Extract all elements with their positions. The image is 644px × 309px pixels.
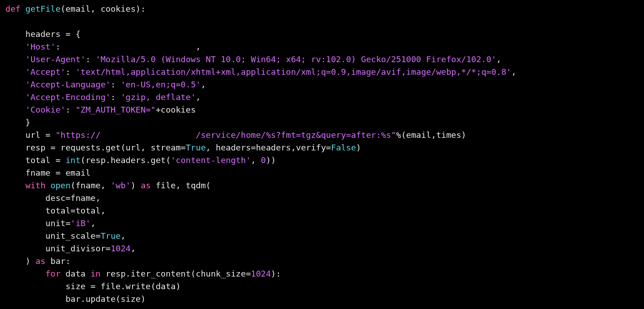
- acclang-val: 'en-US,en;q=0.5': [121, 80, 201, 89]
- fname-line: fname = email: [26, 168, 91, 177]
- open-fn: open: [50, 181, 71, 190]
- iter-pre: resp.iter_content(chunk_size=: [101, 269, 251, 278]
- func-params: (email, cookies): [61, 4, 141, 14]
- kw-in: in: [90, 269, 100, 278]
- cookie-key: 'Cookie': [26, 105, 66, 114]
- ua-key: 'User-Agent': [26, 55, 86, 64]
- resp-pre: resp = requests.get(url, stream=: [26, 143, 186, 152]
- url-part2: /service/home/%s?fmt=tgz&query=after:%s": [196, 130, 396, 140]
- url-format: %(email,times): [396, 130, 466, 140]
- accenc-val: 'gzip, deflate': [121, 92, 196, 102]
- total-pre: total =: [26, 155, 66, 165]
- num-1024: 1024: [111, 244, 131, 253]
- kw-def: def: [5, 4, 26, 14]
- cookie-val: "ZM_AUTH_TOKEN=": [76, 105, 156, 114]
- tqdm-desc: desc=fname,: [45, 193, 101, 203]
- wb-mode: 'wb': [111, 181, 131, 190]
- tqdm-total: total=total,: [45, 206, 106, 215]
- kw-with: with: [26, 181, 46, 190]
- kw-as-2: as: [36, 256, 45, 266]
- host-key: 'Host': [26, 42, 56, 51]
- bar-colon: bar:: [45, 256, 71, 266]
- headers-open: headers = {: [26, 29, 81, 39]
- bar-update: bar.update(size): [66, 294, 146, 304]
- size-line: size = file.write(data): [66, 282, 181, 291]
- kw-as: as: [141, 181, 151, 190]
- func-name: getFile: [26, 4, 61, 14]
- unit-ib: 'iB': [71, 218, 91, 228]
- int-fn: int: [66, 155, 80, 165]
- acclang-key: 'Accept-Language': [26, 80, 111, 89]
- ua-val: 'Mozilla/5.0 (Windows NT 10.0; Win64; x6…: [96, 55, 496, 64]
- num-1024b: 1024: [251, 269, 271, 278]
- accept-key: 'Accept': [26, 67, 66, 77]
- cookie-concat: +cookies: [156, 105, 196, 114]
- true-literal-2: True: [101, 231, 121, 241]
- file-tqdm: file, tqdm(: [151, 181, 211, 190]
- false-literal: False: [331, 143, 356, 152]
- url-assign: url =: [26, 130, 56, 140]
- headers-close: }: [26, 118, 31, 127]
- true-literal: True: [186, 143, 206, 152]
- accenc-key: 'Accept-Encoding': [26, 92, 111, 102]
- content-length: 'content-length': [171, 155, 251, 165]
- python-code-block: def getFile(email, cookies): headers = {…: [0, 0, 644, 308]
- kw-for: for: [45, 269, 60, 278]
- url-part1: "https://: [55, 130, 100, 140]
- accept-val: 'text/html,application/xhtml+xml,applica…: [76, 67, 511, 77]
